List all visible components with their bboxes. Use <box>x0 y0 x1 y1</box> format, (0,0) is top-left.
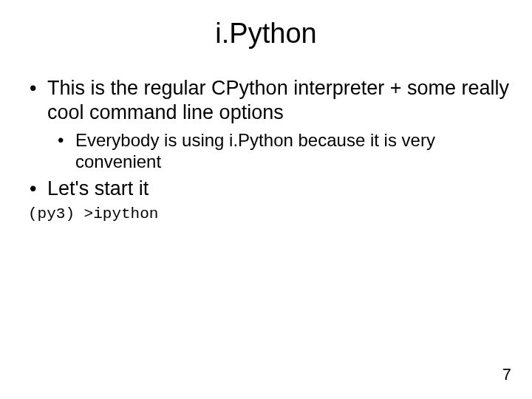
bullet-list: This is the regular CPython interpreter … <box>27 76 514 201</box>
slide-content: This is the regular CPython interpreter … <box>0 76 532 222</box>
bullet-text: This is the regular CPython interpreter … <box>47 77 509 123</box>
sub-bullet-text: Everybody is using i.Python because it i… <box>75 130 435 171</box>
bullet-text: Let's start it <box>47 177 149 200</box>
sub-bullet-list: Everybody is using i.Python because it i… <box>47 129 514 173</box>
bullet-item-1: This is the regular CPython interpreter … <box>27 76 514 172</box>
sub-bullet-item: Everybody is using i.Python because it i… <box>55 129 514 173</box>
slide-title: i.Python <box>0 18 532 50</box>
bullet-item-2: Let's start it <box>27 177 514 201</box>
code-line: (py3) >ipython <box>27 205 514 222</box>
page-number: 7 <box>502 365 511 384</box>
